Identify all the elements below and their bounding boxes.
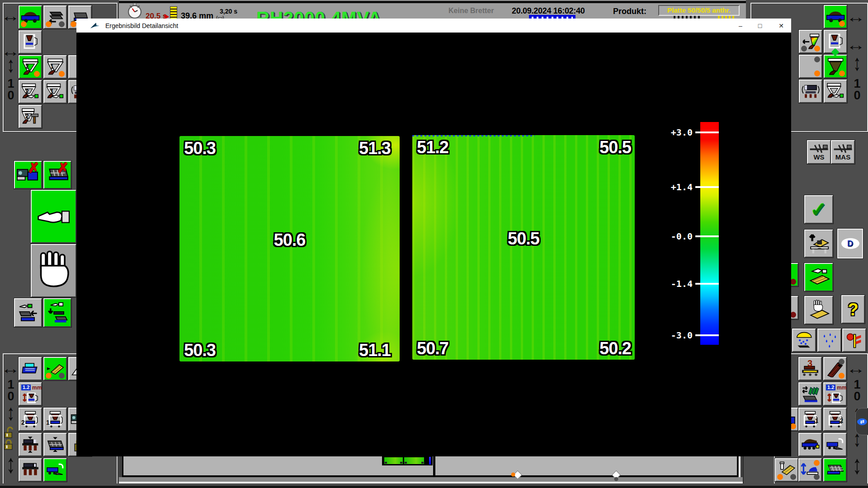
wagon-button[interactable] <box>798 433 822 456</box>
board-feed-button[interactable] <box>43 357 67 380</box>
hopper-2-auto-button[interactable]: 2 <box>19 55 42 79</box>
hopper-cart-1-button-right[interactable]: 1 <box>798 408 822 431</box>
v-arrows-icon: ↕ <box>852 52 863 74</box>
help-button[interactable]: ? <box>841 295 865 324</box>
keyboard-3d-button[interactable] <box>823 458 847 482</box>
manual-stop-hand-button[interactable] <box>31 244 76 297</box>
table-stack-button[interactable] <box>19 458 42 482</box>
minimize-button[interactable]: – <box>733 20 748 31</box>
camera-disable-button[interactable]: ✗ <box>14 161 42 189</box>
footer-band <box>119 477 743 482</box>
swap-arrow-icon: ⇄ <box>857 418 867 425</box>
hopper-1-manual-button[interactable]: 1 <box>43 80 67 103</box>
hand-board-stop-button[interactable] <box>804 296 833 324</box>
scale-digit: 1 <box>853 379 862 391</box>
hopper-manual-button-right[interactable] <box>824 80 847 103</box>
lock-open-icon <box>4 427 15 438</box>
hopper-number: 1 <box>50 63 54 70</box>
hopper-cart-2-button[interactable]: 2 <box>19 408 42 431</box>
confirm-button[interactable]: ✓ <box>804 195 833 224</box>
thickness-setting-button-right[interactable]: 1.2 mm <box>823 382 847 406</box>
piston-board-button[interactable] <box>775 458 798 482</box>
datetime: 20.09.2024 16:02:40 <box>512 6 585 16</box>
scale-digit: 1 <box>6 379 15 391</box>
dark-hopper-button[interactable] <box>824 55 847 78</box>
bottom-timeline-right <box>435 455 738 477</box>
tray-scanner-button[interactable] <box>19 357 42 380</box>
hopper-1-auto-button[interactable]: 1 <box>43 55 67 79</box>
results-dialog: Ergebnisbild Detailansicht – □ ✕ 50.3 51… <box>76 19 791 456</box>
scale-lift-button[interactable] <box>798 458 822 482</box>
table-updown-button[interactable] <box>19 433 42 456</box>
thumbnail-colorbar <box>429 457 431 465</box>
colorbar-label: +1.4 <box>645 182 693 192</box>
status-dot <box>71 21 76 27</box>
x-mark-icon: ✗ <box>57 160 69 176</box>
status-dot <box>839 21 845 27</box>
saw-lift-button[interactable] <box>804 230 833 258</box>
hopper-number: 2 <box>25 88 29 94</box>
status-dot <box>59 21 65 27</box>
hopper-number: 2 <box>25 63 29 70</box>
top-bar-border <box>119 1 746 3</box>
hopper-2-service-button[interactable]: 2 <box>19 105 42 128</box>
keyboard-updown-button[interactable] <box>43 433 67 456</box>
auto-mode-hand-button[interactable] <box>31 190 76 243</box>
v-arrows-icon: ↕ <box>5 450 16 477</box>
remote-access-tab[interactable]: ⇄ <box>855 408 868 435</box>
stopwatch-icon <box>127 3 142 19</box>
mas-button[interactable]: MAS <box>831 140 855 164</box>
measure-center: 50.5 <box>508 230 539 247</box>
dosing-machine-button[interactable] <box>19 30 42 54</box>
ws-button[interactable]: WS <box>807 140 831 164</box>
hopper-2-manual-button[interactable]: 2 <box>19 80 42 103</box>
d-mode-button[interactable]: D <box>837 229 863 258</box>
ramp-updown-button[interactable] <box>823 357 847 380</box>
status-dot <box>839 70 845 76</box>
colorbar-tick <box>695 186 719 188</box>
measure-top-left: 50.3 <box>184 140 216 157</box>
measure-bottom-left: 50.3 <box>184 342 216 359</box>
hopper-number: 1 <box>50 88 54 94</box>
product-label: Produkt: <box>613 7 646 16</box>
panel-stack-button[interactable] <box>43 5 67 29</box>
vacuum-out-button[interactable] <box>43 458 67 482</box>
transport-car-button[interactable] <box>19 5 42 29</box>
close-button[interactable]: ✕ <box>774 20 788 31</box>
dialog-titlebar[interactable]: Ergebnisbild Detailansicht – □ ✕ <box>76 19 791 33</box>
thumbnail-board-left <box>384 457 403 464</box>
hand-keyboard-out-button[interactable] <box>14 298 42 327</box>
maximize-button[interactable]: □ <box>753 20 767 31</box>
vibration-stack-button[interactable] <box>799 80 822 103</box>
hopper-number: 2 <box>21 419 25 426</box>
belt-3-button[interactable]: 3 <box>798 357 822 380</box>
spray-button[interactable] <box>792 328 816 352</box>
hopper-cart-1-button[interactable]: 1 <box>43 408 67 431</box>
blades-swap-button[interactable] <box>798 382 822 406</box>
vacuum-keyboard-button[interactable] <box>823 433 847 456</box>
status-dot <box>839 359 844 365</box>
measure-bottom-left: 50.7 <box>417 340 448 357</box>
hopper-cart-2-button-right[interactable]: 2 <box>823 408 847 431</box>
product-value-field[interactable]: Platte 50/50/5 anthr. <box>658 5 740 16</box>
thickness-setting-button[interactable]: 1.2 mm <box>19 382 42 406</box>
status-dot <box>814 460 820 466</box>
press-button[interactable] <box>799 55 822 78</box>
v-arrows-icon: ↕ <box>852 451 863 478</box>
status-dot <box>777 474 783 480</box>
keyboard-disable-button[interactable]: ✗ <box>43 161 71 189</box>
hand-board-auto-button[interactable] <box>804 263 833 291</box>
barrier-flag-button[interactable] <box>842 328 866 352</box>
colorbar-label: +3.0 <box>645 127 693 138</box>
status-dot <box>21 21 27 27</box>
transport-car-button-right[interactable] <box>824 5 847 28</box>
status-dot <box>814 56 820 62</box>
hopper-number: 2 <box>25 113 29 119</box>
measure-top-left: 51.2 <box>417 139 448 156</box>
hand-table-down-button[interactable] <box>43 298 71 327</box>
measure-top-right: 50.5 <box>599 139 631 156</box>
ws-label: WS <box>813 154 824 161</box>
dosing-machine-button-right[interactable] <box>824 30 847 53</box>
water-drops-button[interactable] <box>817 328 841 352</box>
result-funnel-button[interactable] <box>799 30 822 53</box>
